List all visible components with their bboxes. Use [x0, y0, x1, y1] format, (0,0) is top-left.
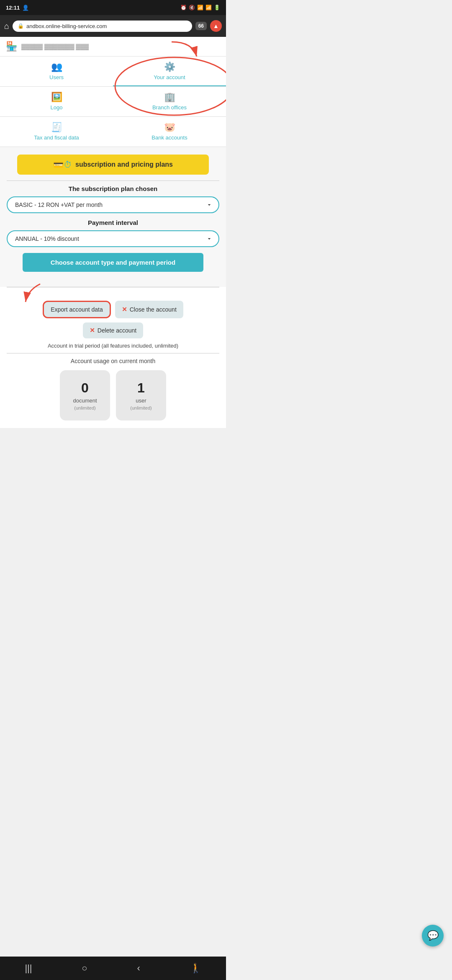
account-icon: ⚙️ [164, 62, 175, 72]
url-bar[interactable]: 🔒 andbox.online-billing-service.com [13, 21, 192, 32]
close-x-icon: ✕ [122, 306, 127, 313]
action-row-2: ✕ Delete account [7, 322, 219, 338]
subscription-banner: 💳⏱ subscription and pricing plans [17, 155, 208, 175]
url-text: andbox.online-billing-service.com [26, 23, 107, 29]
tab-row-2: 🖼️ Logo 🏢 Branch offices [0, 87, 226, 117]
tab-bank-label: Bank accounts [152, 134, 187, 141]
home-icon[interactable]: ⌂ [4, 21, 9, 31]
status-bar: 12:11 👤 ⏰ 🔇 📶 📶 🔋 [0, 0, 226, 15]
company-header: 🏪 ▓▓▓▓▓ ▓▓▓▓▓▓▓ ▓▓▓ [0, 37, 226, 57]
tab-your-account[interactable]: ⚙️ Your account [113, 57, 226, 86]
mute-icon: 🔇 [189, 5, 195, 10]
usage-card-documents: 0 document (unlimited) [60, 370, 110, 420]
subscription-banner-text: subscription and pricing plans [75, 161, 173, 168]
tax-icon: 🧾 [51, 122, 62, 133]
subscription-icon: 💳⏱ [53, 160, 72, 170]
browser-bar: ⌂ 🔒 andbox.online-billing-service.com 66… [0, 15, 226, 37]
lock-icon: 🔒 [18, 23, 24, 29]
branch-icon: 🏢 [164, 92, 175, 103]
plan-label: The subscription plan chosen [7, 185, 219, 192]
usage-users-sublabel: (unlimited) [130, 405, 152, 410]
delete-account-label: Delete account [98, 327, 136, 334]
status-icons: ⏰ 🔇 📶 📶 🔋 [180, 5, 220, 10]
divider-1 [7, 181, 219, 181]
close-account-label: Close the account [130, 306, 177, 313]
usage-title: Account usage on current month [7, 358, 219, 364]
users-icon: 👥 [51, 62, 62, 72]
tab-users[interactable]: 👥 Users [0, 57, 113, 86]
usage-card-users: 1 user (unlimited) [116, 370, 166, 420]
primary-tabs: 👥 Users ⚙️ Your account [0, 57, 226, 87]
export-account-data-button[interactable]: Export account data [43, 301, 111, 318]
status-person-icon: 👤 [22, 5, 29, 11]
tab-branch-label: Branch offices [152, 104, 187, 111]
delete-account-button[interactable]: ✕ Delete account [83, 322, 143, 338]
battery-icon: 🔋 [214, 5, 220, 10]
tab-row-1: 👥 Users ⚙️ Your account [0, 57, 226, 87]
status-time: 12:11 [6, 5, 20, 11]
logo-icon: 🖼️ [51, 92, 62, 103]
action-buttons-section: Export account data ✕ Close the account … [0, 293, 226, 428]
main-content: 🏪 ▓▓▓▓▓ ▓▓▓▓▓▓▓ ▓▓▓ 👥 Users ⚙️ Your acco… [0, 37, 226, 428]
tab-tax-label: Tax and fiscal data [34, 134, 79, 141]
payment-select[interactable]: ANNUAL - 10% discount MONTHLY [7, 230, 219, 247]
wifi-icon: 📶 [197, 5, 203, 10]
action-row-1: Export account data ✕ Close the account [7, 301, 219, 318]
trial-text: Account in trial period (all features in… [7, 343, 219, 349]
bank-icon: 🐷 [164, 122, 175, 133]
choose-account-type-button[interactable]: Choose account type and payment period [23, 253, 203, 272]
usage-cards: 0 document (unlimited) 1 user (unlimited… [7, 370, 219, 420]
divider-2 [7, 353, 219, 353]
tab-tax-fiscal[interactable]: 🧾 Tax and fiscal data [0, 117, 113, 147]
tab-row-3: 🧾 Tax and fiscal data 🐷 Bank accounts [0, 117, 226, 147]
tab-logo[interactable]: 🖼️ Logo [0, 87, 113, 116]
subscription-section: 💳⏱ subscription and pricing plans The su… [0, 147, 226, 287]
upload-icon[interactable]: ▲ [210, 20, 222, 32]
usage-users-number: 1 [137, 380, 145, 396]
alarm-icon: ⏰ [180, 5, 187, 10]
delete-x-icon: ✕ [90, 327, 95, 334]
company-icon: 🏪 [6, 41, 17, 52]
payment-label: Payment interval [7, 219, 219, 226]
tab-count[interactable]: 66 [195, 22, 207, 30]
tab-bank-accounts[interactable]: 🐷 Bank accounts [113, 117, 226, 147]
section-separator [7, 287, 219, 287]
signal-icon: 📶 [205, 5, 212, 10]
tab-logo-label: Logo [51, 104, 63, 111]
company-name: ▓▓▓▓▓ ▓▓▓▓▓▓▓ ▓▓▓ [21, 43, 89, 50]
tab-users-label: Users [49, 74, 64, 80]
tab-branch-offices[interactable]: 🏢 Branch offices [113, 87, 226, 116]
tab-your-account-label: Your account [154, 74, 185, 80]
usage-documents-sublabel: (unlimited) [74, 405, 95, 410]
close-account-button[interactable]: ✕ Close the account [115, 301, 183, 318]
usage-documents-label: document [73, 397, 97, 404]
usage-documents-number: 0 [81, 380, 89, 396]
usage-users-label: user [136, 397, 146, 404]
status-time-area: 12:11 👤 [6, 5, 29, 11]
plan-select[interactable]: BASIC - 12 RON +VAT per month STANDARD -… [7, 196, 219, 213]
